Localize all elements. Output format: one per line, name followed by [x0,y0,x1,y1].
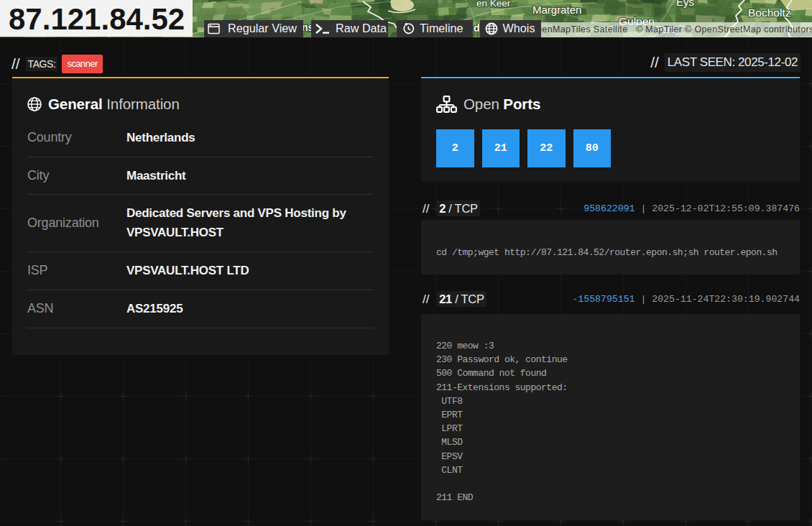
svg-text:Margraten: Margraten [532,4,581,16]
svg-text:Eys: Eys [676,0,694,8]
svg-text:en Keer: en Keer [476,0,511,9]
svg-text:Bocholtz: Bocholtz [748,6,790,19]
